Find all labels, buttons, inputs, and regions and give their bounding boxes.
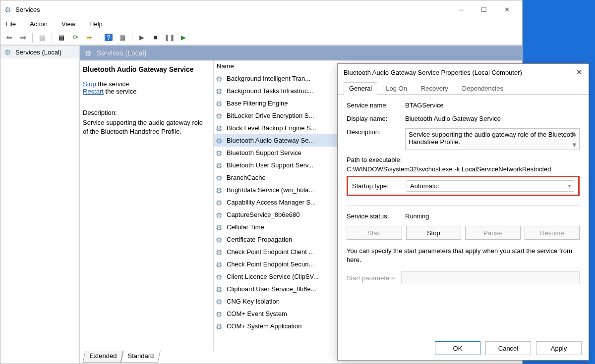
gear-icon [216, 199, 225, 207]
start-params-label: Start parameters: [347, 274, 396, 282]
back-button[interactable]: ⬅ [3, 32, 14, 43]
start-params-input [401, 271, 580, 284]
action-pane-button[interactable]: ▥ [117, 32, 128, 43]
gear-icon [216, 161, 225, 169]
tab-log-on[interactable]: Log On [380, 82, 413, 95]
minimize-button[interactable]: ─ [450, 2, 473, 17]
apply-button[interactable]: Apply [536, 341, 582, 355]
tree-item-label: Services (Local) [15, 49, 61, 56]
list-row-label: Client Licence Service (ClipSV... [227, 273, 319, 280]
list-row-label: COM+ System Application [227, 322, 301, 330]
stop-service-button[interactable]: ■ [150, 32, 161, 43]
tab-extended[interactable]: Extended [82, 351, 123, 363]
display-name-value: Bluetooth Audio Gateway Service [405, 115, 580, 122]
gear-icon [216, 236, 225, 244]
stop-button[interactable]: Stop [406, 226, 462, 240]
list-row-label: Cellular Time [227, 223, 264, 231]
restart-link[interactable]: Restart [83, 88, 104, 95]
list-row-label: Check Point Endpoint Securi... [227, 260, 314, 268]
list-row-label: Capability Access Manager S... [227, 199, 316, 206]
description-value: Service supporting the audio gateway rol… [409, 131, 576, 146]
tab-general[interactable]: General [344, 82, 377, 95]
gear-icon [216, 211, 225, 219]
gear-icon [85, 49, 93, 57]
tree-pane: Services (Local) [0, 46, 80, 364]
properties-dialog: Bluetooth Audio Gateway Service Properti… [337, 63, 589, 361]
maximize-button[interactable]: ☐ [473, 2, 495, 17]
list-row-label: Block Level Backup Engine S... [227, 124, 316, 132]
dialog-close-button[interactable]: ✕ [576, 68, 583, 77]
ok-button[interactable]: OK [435, 341, 480, 355]
gear-icon [4, 48, 12, 56]
startup-type-value: Automatic [410, 182, 439, 190]
description-label: Description: [347, 128, 405, 136]
description-text: Service supporting the audio gateway rol… [83, 118, 208, 136]
col-name[interactable]: Name [217, 62, 234, 70]
scroll-down-icon[interactable]: ▼ [571, 141, 578, 149]
list-row-label: Base Filtering Engine [227, 100, 288, 107]
startup-type-row: Startup type: Automatic ▾ [347, 176, 580, 196]
menu-file[interactable]: File [3, 19, 18, 29]
close-button[interactable]: ✕ [495, 2, 518, 17]
gear-icon [216, 149, 225, 157]
content-header: Services (Local) [80, 46, 522, 60]
tab-dependencies[interactable]: Dependencies [457, 82, 509, 95]
restart-service-button[interactable]: ▶ [178, 32, 189, 43]
list-row-label: CaptureService_8b6e680 [227, 211, 299, 218]
gear-icon [216, 174, 225, 182]
export-button[interactable]: ➦ [84, 32, 95, 43]
list-row-label: BitLocker Drive Encryption S... [227, 112, 314, 119]
gear-icon [216, 248, 225, 256]
properties-button[interactable]: ▤ [56, 32, 67, 43]
detail-service-name: Bluetooth Audio Gateway Service [83, 65, 208, 73]
gear-icon [216, 285, 225, 293]
menu-help[interactable]: Help [87, 19, 105, 29]
gear-icon [216, 322, 225, 330]
gear-icon [216, 124, 225, 132]
description-box[interactable]: Service supporting the audio gateway rol… [405, 128, 580, 150]
chevron-down-icon: ▾ [568, 183, 571, 189]
refresh-button[interactable]: ⟳ [70, 32, 81, 43]
startup-type-combo[interactable]: Automatic ▾ [407, 180, 574, 192]
list-row-label: Brightdata Service (win_hola... [227, 186, 314, 194]
cancel-button[interactable]: Cancel [485, 341, 531, 355]
services-icon [4, 5, 12, 13]
service-name-label: Service name: [347, 102, 405, 109]
tree-item-services-local[interactable]: Services (Local) [0, 46, 79, 58]
gear-icon [216, 87, 225, 95]
gear-icon [216, 112, 225, 120]
pause-service-button[interactable]: ❚❚ [164, 32, 175, 43]
list-row-label: Certificate Propagation [227, 236, 292, 243]
gear-icon [216, 223, 225, 231]
window-title: Services [15, 6, 40, 13]
start-service-button[interactable]: ▶ [136, 32, 147, 43]
gear-icon [216, 186, 225, 194]
gear-icon [216, 75, 225, 83]
start-button: Start [347, 226, 402, 240]
service-name-value: BTAGService [405, 102, 580, 109]
list-row-label: Bluetooth Support Service [227, 149, 301, 156]
gear-icon [216, 273, 225, 281]
help-button[interactable]: ? [103, 32, 114, 43]
menu-action[interactable]: Action [28, 19, 50, 29]
show-hide-tree-button[interactable]: ▦ [37, 32, 48, 43]
list-row-label: Background Tasks Infrastruc... [227, 87, 313, 95]
scroll-up-icon[interactable]: ▲ [571, 130, 578, 137]
service-detail-pane: Bluetooth Audio Gateway Service Stop the… [80, 60, 214, 352]
dialog-tabs: General Log On Recovery Dependencies [338, 81, 589, 95]
stop-link[interactable]: Stop [83, 80, 96, 88]
menu-view[interactable]: View [60, 19, 77, 29]
gear-icon [216, 100, 225, 107]
tab-recovery[interactable]: Recovery [416, 82, 454, 95]
gear-icon [216, 310, 225, 318]
list-row-label: BranchCache [227, 174, 266, 181]
gear-icon [216, 137, 225, 145]
display-name-label: Display name: [347, 115, 405, 122]
list-row-label: Bluetooth User Support Serv... [227, 161, 313, 169]
forward-button[interactable]: ➡ [17, 32, 28, 43]
gear-icon [216, 298, 225, 306]
menubar: File Action View Help [0, 18, 522, 30]
content-header-text: Services (Local) [97, 49, 146, 57]
path-value: C:\WINDOWS\system32\svchost.exe -k Local… [347, 165, 580, 173]
tab-standard[interactable]: Standard [120, 351, 160, 363]
